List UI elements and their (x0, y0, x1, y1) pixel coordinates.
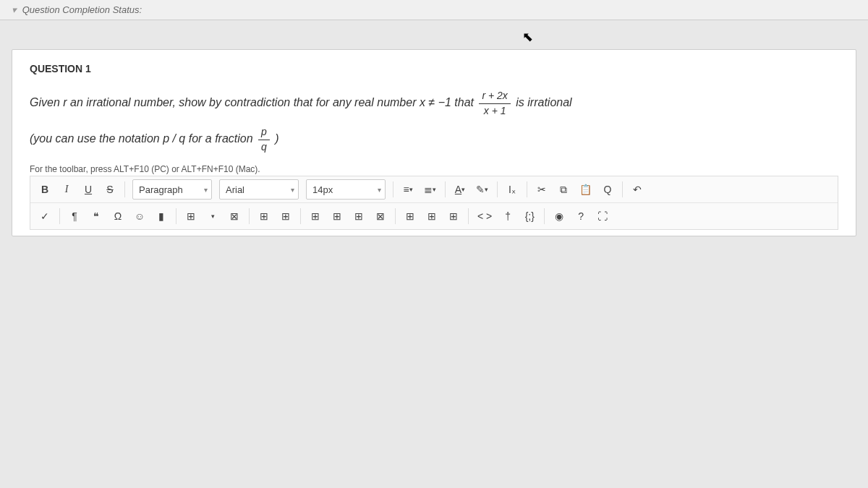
underline-button[interactable]: U (78, 179, 98, 200)
clear-format-button[interactable]: Iₓ (502, 179, 522, 200)
question-body: Given r an irrational number, show by co… (30, 89, 838, 118)
row-above-button[interactable]: ⊞ (254, 206, 274, 226)
fraction-denominator: x + 1 (479, 104, 510, 119)
emoji-button[interactable]: ☺ (129, 206, 150, 226)
code-view-button[interactable]: < > (473, 206, 496, 226)
find-button[interactable]: Q (597, 179, 618, 200)
separator (393, 181, 393, 197)
neq-symbol: ≠ (428, 96, 435, 108)
code-sample-button[interactable]: {;} (519, 206, 540, 226)
chevron-down-icon: ▾ (291, 186, 294, 194)
number-list-button[interactable]: ≣▾ (420, 179, 441, 200)
separator (249, 208, 250, 224)
split-cells-button[interactable]: ⊞ (422, 206, 442, 226)
notation-line: (you can use the notation p / q for a fr… (30, 125, 838, 154)
table-dropdown[interactable]: ▾ (203, 206, 223, 226)
separator (300, 208, 301, 224)
question-heading: QUESTION 1 (30, 63, 838, 74)
fraction-numerator: r + 2x (479, 89, 510, 104)
highlight-button[interactable]: ✎▾ (472, 179, 493, 200)
quote-button[interactable]: ❝ (86, 206, 106, 226)
table-button[interactable]: ⊞ (181, 206, 201, 226)
question-text-post: is irrational (516, 96, 571, 108)
separator (497, 181, 498, 197)
cut-button[interactable]: ✂ (532, 179, 552, 200)
question-text-neg1: −1 that (438, 96, 477, 108)
fullscreen-button[interactable]: ⛶ (592, 206, 613, 226)
help-button[interactable]: ? (571, 206, 591, 226)
toolbar-row-1: B I U S Paragraph ▾ Arial ▾ 14px ▾ ≡▾ ≣▾… (30, 176, 838, 203)
separator (59, 208, 60, 224)
bold-button[interactable]: B (35, 179, 55, 200)
separator (176, 208, 176, 224)
status-label: Question Completion Status: (22, 4, 142, 15)
text-color-button[interactable]: A▾ (450, 179, 470, 200)
strike-button[interactable]: S (100, 179, 120, 200)
bookmark-button[interactable]: ▮ (151, 206, 171, 226)
row-delete-button[interactable]: ⊞ (349, 206, 369, 226)
font-select[interactable]: Arial ▾ (219, 179, 299, 200)
separator (544, 208, 545, 224)
font-select-value: Arial (226, 184, 244, 195)
col-left-button[interactable]: ⊞ (305, 206, 326, 226)
fraction-main: r + 2x x + 1 (479, 89, 510, 118)
separator (468, 208, 469, 224)
size-select-value: 14px (312, 184, 333, 195)
record-button[interactable]: ◉ (549, 206, 569, 226)
cursor-icon: ⬉ (522, 29, 533, 45)
toolbar-row-2: ✓ ¶ ❝ Ω ☺ ▮ ⊞ ▾ ⊠ ⊞ ⊞ ⊞ ⊞ ⊞ ⊠ ⊞ ⊞ ⊞ < > … (30, 203, 838, 229)
merge-cells-button[interactable]: ⊞ (400, 206, 420, 226)
nonbreaking-button[interactable]: † (498, 206, 518, 226)
chevron-down-icon: ▾ (378, 186, 381, 194)
bullet-list-button[interactable]: ≡▾ (398, 179, 418, 200)
fraction-p-q: p q (258, 125, 270, 154)
notation-pre: (you can use the notation p / q for a fr… (30, 133, 256, 145)
notation-post: ) (275, 133, 278, 145)
paste-button[interactable]: 📋 (575, 179, 596, 200)
paragraph-mark-button[interactable]: ¶ (64, 206, 85, 226)
status-bar: ▾ Question Completion Status: (0, 0, 868, 20)
question-card: QUESTION 1 Given r an irrational number,… (12, 49, 856, 236)
separator (395, 208, 396, 224)
fraction-q: q (258, 140, 270, 155)
chevron-down-icon[interactable]: ▾ (12, 4, 17, 15)
separator (527, 181, 527, 197)
format-select-value: Paragraph (139, 184, 183, 195)
col-right-button[interactable]: ⊞ (327, 206, 347, 226)
cell-props-button[interactable]: ⊞ (443, 206, 464, 226)
separator (124, 181, 125, 197)
undo-button[interactable]: ↶ (627, 179, 647, 200)
fraction-p: p (258, 125, 270, 140)
symbol-button[interactable]: Ω (108, 206, 128, 226)
col-delete-button[interactable]: ⊠ (370, 206, 391, 226)
copy-button[interactable]: ⧉ (553, 179, 574, 200)
size-select[interactable]: 14px ▾ (306, 179, 386, 200)
chevron-down-icon: ▾ (204, 186, 208, 194)
format-select[interactable]: Paragraph ▾ (132, 179, 212, 200)
table-delete-button[interactable]: ⊠ (224, 206, 244, 226)
question-text-pre: Given r an irrational number, show by co… (30, 96, 428, 108)
toolbar-hint: For the toolbar, press ALT+F10 (PC) or A… (30, 164, 838, 174)
check-button[interactable]: ✓ (35, 206, 55, 226)
italic-button[interactable]: I (56, 179, 77, 200)
separator (445, 181, 446, 197)
separator (622, 181, 623, 197)
editor-toolbar: B I U S Paragraph ▾ Arial ▾ 14px ▾ ≡▾ ≣▾… (30, 176, 838, 230)
row-below-button[interactable]: ⊞ (276, 206, 296, 226)
